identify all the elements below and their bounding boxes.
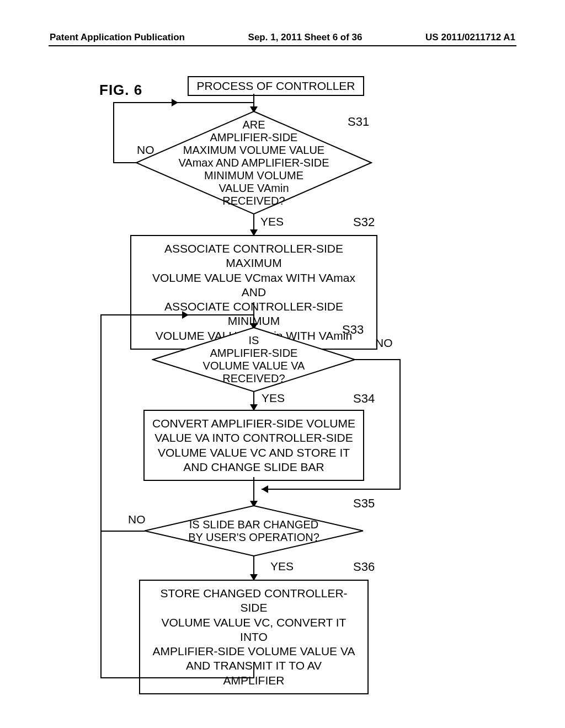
step-label-s36: S36 bbox=[353, 560, 375, 574]
connector bbox=[399, 359, 401, 490]
step-label-s31: S31 bbox=[348, 115, 369, 129]
connector bbox=[253, 392, 254, 405]
connector bbox=[253, 556, 254, 575]
decision-s31: ARE AMPLIFIER-SIDE MAXIMUM VOLUME VALUE … bbox=[135, 110, 372, 215]
connector bbox=[253, 302, 254, 324]
page-header: Patent Application Publication Sep. 1, 2… bbox=[0, 32, 565, 43]
step-label-s34: S34 bbox=[353, 392, 375, 406]
branch-no-s35: NO bbox=[128, 513, 146, 526]
header-left: Patent Application Publication bbox=[50, 32, 185, 43]
connector bbox=[253, 94, 254, 108]
connector bbox=[100, 314, 254, 315]
connector bbox=[113, 102, 253, 103]
header-center: Sep. 1, 2011 Sheet 6 of 36 bbox=[248, 32, 363, 43]
process-s34: CONVERT AMPLIFIER-SIDE VOLUME VALUE VA I… bbox=[143, 410, 364, 481]
arrowhead-icon bbox=[182, 311, 189, 319]
step-label-s35: S35 bbox=[353, 496, 375, 511]
arrowhead-icon bbox=[262, 485, 268, 493]
step-label-s32: S32 bbox=[353, 215, 375, 229]
connector bbox=[113, 102, 114, 163]
connector bbox=[253, 662, 254, 678]
connector bbox=[100, 531, 102, 678]
connector bbox=[100, 314, 102, 532]
branch-no-s33: NO bbox=[375, 336, 393, 350]
branch-yes-s35: YES bbox=[270, 560, 294, 573]
decision-s35: IS SLIDE BAR CHANGED BY USER'S OPERATION… bbox=[143, 505, 364, 557]
connector bbox=[113, 162, 136, 163]
connector bbox=[262, 489, 401, 490]
connector bbox=[100, 531, 145, 532]
process-s34-text: CONVERT AMPLIFIER-SIDE VOLUME VALUE VA I… bbox=[152, 417, 355, 473]
connector bbox=[253, 214, 254, 231]
header-right: US 2011/0211712 A1 bbox=[425, 32, 515, 43]
header-rule bbox=[49, 45, 516, 46]
connector bbox=[100, 677, 254, 678]
branch-yes-s33: YES bbox=[262, 392, 285, 405]
branch-no-s31: NO bbox=[137, 143, 154, 157]
decision-s33: IS AMPLIFIER-SIDE VOLUME VALUE VA RECEIV… bbox=[152, 326, 356, 393]
arrowhead-icon bbox=[172, 99, 178, 106]
flowchart-figure: FIG. 6 PROCESS OF CONTROLLER ARE AMPLIFI… bbox=[0, 72, 565, 695]
decision-s33-text: IS AMPLIFIER-SIDE VOLUME VALUE VA RECEIV… bbox=[152, 334, 356, 385]
start-terminator: PROCESS OF CONTROLLER bbox=[188, 76, 364, 96]
connector bbox=[253, 477, 254, 502]
decision-s35-text: IS SLIDE BAR CHANGED BY USER'S OPERATION… bbox=[143, 518, 364, 544]
step-label-s33: S33 bbox=[342, 323, 364, 337]
connector bbox=[355, 359, 401, 360]
figure-label: FIG. 6 bbox=[99, 82, 142, 99]
branch-yes-s31: YES bbox=[260, 215, 284, 228]
decision-s31-text: ARE AMPLIFIER-SIDE MAXIMUM VOLUME VALUE … bbox=[135, 119, 372, 207]
